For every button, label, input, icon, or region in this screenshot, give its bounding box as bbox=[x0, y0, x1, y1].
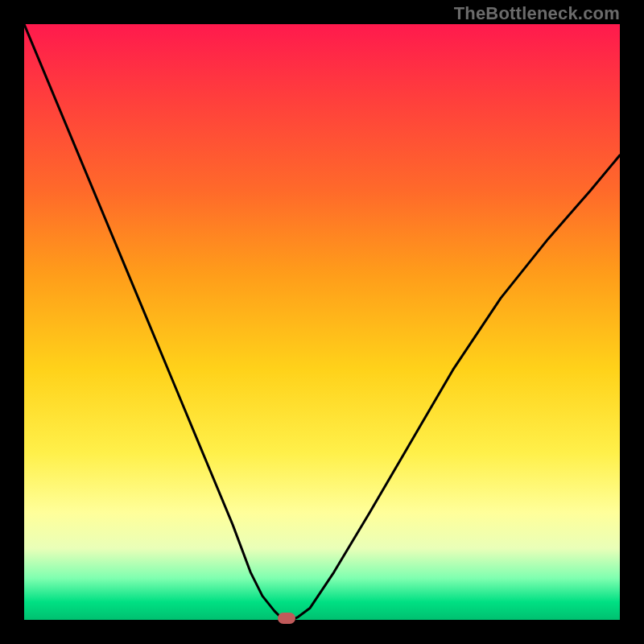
watermark-text: TheBottleneck.com bbox=[454, 3, 620, 24]
optimal-point-marker bbox=[278, 613, 295, 624]
curve-layer bbox=[24, 24, 620, 620]
bottleneck-curve bbox=[24, 24, 620, 620]
chart-frame: TheBottleneck.com bbox=[0, 0, 644, 644]
